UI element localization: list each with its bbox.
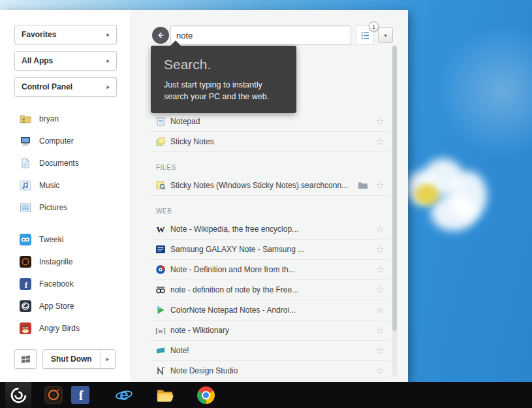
svg-text:e: e	[119, 386, 129, 403]
taskbar-file-explorer-button[interactable]	[151, 382, 178, 408]
sidebar-item-pictures[interactable]: Pictures	[0, 196, 131, 219]
sticky-note-search-icon	[155, 180, 166, 191]
scrollbar-thumb[interactable]	[392, 46, 397, 331]
arrow-left-icon	[156, 31, 165, 40]
star-outline-icon[interactable]: ☆	[376, 180, 384, 191]
sidebar-item-label: Computer	[39, 136, 74, 146]
result-label: Note - Wikipedia, the free encyclop...	[170, 225, 298, 234]
result-row-sticky-file[interactable]: Sticky Notes (Windows Sticky Notes).sear…	[151, 176, 390, 196]
star-outline-icon[interactable]: ☆	[376, 116, 384, 127]
wallpaper-haze	[431, 20, 532, 163]
result-label: note - definition of note by the Free...	[170, 285, 298, 294]
section-header-files: FILES	[151, 152, 390, 176]
result-label: Note - Definition and More from th...	[170, 265, 295, 274]
star-outline-icon[interactable]: ☆	[376, 345, 384, 356]
taskbar-chrome-button[interactable]	[193, 382, 219, 408]
search-panel: 1 ▾ Notepad ☆	[131, 10, 408, 382]
result-row-colornote[interactable]: ColorNote Notepad Notes - Androi... ☆	[151, 300, 390, 321]
results-count-badge: 1	[369, 22, 379, 31]
sidebar-item-computer[interactable]: Computer	[0, 130, 131, 152]
star-outline-icon[interactable]: ☆	[376, 304, 384, 316]
tooltip-arrow	[170, 40, 181, 46]
user-folders-list: bryan Computer Documents	[0, 108, 131, 219]
star-outline-icon[interactable]: ☆	[376, 264, 384, 275]
sidebar-item-label: Documents	[39, 159, 79, 168]
sidebar-item-app-store[interactable]: App Store	[0, 295, 131, 317]
folder-icon	[358, 180, 368, 191]
favorites-button[interactable]: Favorites ▸	[14, 25, 117, 44]
samsung-icon	[155, 244, 166, 255]
result-label: ColorNote Notepad Notes - Androi...	[170, 306, 296, 315]
sidebar-item-documents[interactable]: Documents	[0, 152, 131, 174]
chevron-right-icon: ▸	[106, 31, 110, 38]
control-panel-button[interactable]: Control Panel ▸	[14, 77, 117, 97]
facebook-icon: f	[71, 386, 89, 404]
result-row-wikipedia[interactable]: W Note - Wikipedia, the free encyclop...…	[151, 219, 390, 240]
tooltip-title: Search.	[164, 57, 283, 72]
star-outline-icon[interactable]: ☆	[376, 223, 384, 235]
sidebar-item-facebook[interactable]: f Facebook	[0, 273, 131, 295]
all-apps-label: All Apps	[22, 56, 53, 65]
sidebar-item-label: Pictures	[39, 203, 67, 212]
sidebar-item-angry-birds[interactable]: Angry Birds	[0, 317, 131, 339]
result-label: Samsung GALAXY Note - Samsung ...	[170, 245, 304, 254]
sidebar-item-music[interactable]: Music	[0, 174, 131, 196]
taskbar-internet-explorer-button[interactable]: e	[111, 382, 137, 408]
shutdown-label: Shut Down	[51, 354, 92, 364]
instagrille-icon	[20, 256, 31, 268]
list-view-button[interactable]: 1	[356, 25, 374, 45]
star-outline-icon[interactable]: ☆	[376, 136, 384, 148]
flower-petal	[431, 195, 477, 231]
result-row-note-design-studio[interactable]: Note Design Studio ☆	[151, 361, 390, 381]
svg-text:f: f	[25, 280, 28, 290]
back-button[interactable]	[152, 27, 169, 44]
chrome-icon-inner	[202, 391, 210, 400]
documents-icon	[20, 157, 31, 169]
result-label: Sticky Notes	[170, 137, 214, 146]
colornote-icon	[155, 305, 166, 315]
result-row-note-app[interactable]: Note! ☆	[151, 341, 390, 361]
sidebar-item-instagrille[interactable]: Instagrille	[0, 251, 131, 273]
sticky-notes-icon	[155, 136, 166, 147]
free-dictionary-icon	[155, 285, 166, 295]
sidebar-item-bryan[interactable]: bryan	[0, 108, 131, 130]
result-row-free-dictionary[interactable]: note - definition of note by the Free...…	[151, 280, 390, 300]
music-icon	[20, 180, 31, 191]
result-label: Note!	[170, 346, 189, 355]
result-row-merriam-webster[interactable]: Note - Definition and More from th... ☆	[151, 260, 390, 280]
app-store-icon	[20, 300, 31, 312]
result-row-wiktionary[interactable]: [w] note - Wiktionary ☆	[151, 321, 390, 341]
star-outline-icon[interactable]: ☆	[376, 284, 384, 296]
angry-birds-icon	[20, 322, 31, 334]
result-label: Notepad	[170, 117, 200, 126]
dropdown-button[interactable]: ▾	[378, 27, 393, 43]
search-input[interactable]	[170, 25, 351, 45]
instagrille-icon	[44, 386, 63, 404]
star-outline-icon[interactable]: ☆	[376, 365, 384, 377]
flower-center	[415, 184, 439, 205]
screen: Favorites ▸ All Apps ▸ Control Panel ▸ b…	[0, 0, 532, 408]
chevron-right-icon: ▸	[106, 57, 110, 64]
chrome-icon	[197, 386, 215, 404]
scrollbar[interactable]	[392, 46, 397, 377]
chrome-icon-center	[203, 392, 209, 398]
sidebar-item-label: Music	[39, 181, 59, 190]
taskbar-pokki-button[interactable]	[5, 382, 31, 408]
star-outline-icon[interactable]: ☆	[376, 324, 384, 336]
sidebar: Favorites ▸ All Apps ▸ Control Panel ▸ b…	[0, 10, 131, 382]
taskbar-facebook-button[interactable]: f	[67, 382, 93, 408]
sidebar-item-tweeki[interactable]: Tweeki	[0, 228, 131, 251]
windows-start-button[interactable]	[14, 349, 37, 369]
taskbar-instagrille-button[interactable]	[40, 382, 67, 408]
result-row-notepad[interactable]: Notepad ☆	[151, 112, 390, 132]
taskbar: f e	[0, 382, 532, 408]
sidebar-footer: Shut Down ▸	[14, 349, 116, 369]
favorites-label: Favorites	[22, 30, 56, 39]
shutdown-button[interactable]: Shut Down ▸	[42, 349, 116, 369]
result-row-samsung[interactable]: Samsung GALAXY Note - Samsung ... ☆	[151, 240, 390, 260]
wiktionary-icon: [w]	[155, 325, 166, 336]
all-apps-button[interactable]: All Apps ▸	[14, 51, 117, 71]
chevron-right-icon[interactable]: ▸	[101, 356, 115, 362]
star-outline-icon[interactable]: ☆	[376, 243, 384, 255]
result-row-sticky-notes[interactable]: Sticky Notes ☆	[151, 132, 390, 152]
